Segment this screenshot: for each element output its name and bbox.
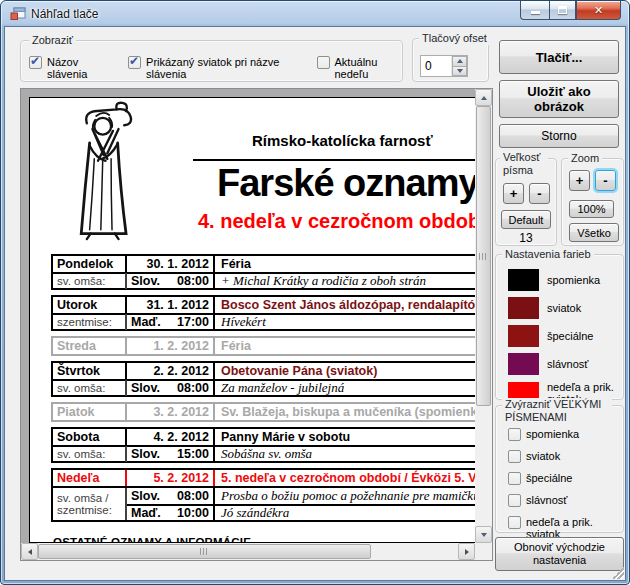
color-label: spomienka: [547, 274, 600, 286]
color-settings-group: Nastavenia farieb spomienkasviatokšpeciá…: [495, 254, 624, 400]
color-label: špeciálne: [547, 330, 593, 342]
font-size-value: 13: [496, 231, 556, 245]
feast-name: Obetovanie Pána (sviatok): [215, 363, 493, 379]
color-settings-list: spomienkasviatokšpeciálneslávnosťnedeľa …: [508, 269, 619, 411]
checkbox-icon[interactable]: [508, 428, 521, 441]
parish-name: Rímsko-katolícka farnosť: [252, 132, 433, 149]
feast-name: Sv. Blažeja, biskupa a mučeníka (spomien…: [215, 404, 493, 420]
day-name: Pondelok: [53, 256, 127, 272]
close-button[interactable]: ✕: [576, 1, 621, 20]
checkbox-label: sviatok: [526, 450, 560, 462]
save-as-image-button[interactable]: Uložiť ako obrázok: [499, 80, 619, 118]
scroll-up-button[interactable]: [475, 89, 492, 106]
vertical-scroll-thumb[interactable]: [476, 106, 491, 406]
highlight-checkbox[interactable]: sviatok: [508, 450, 619, 463]
highlight-checkbox[interactable]: špeciálne: [508, 472, 619, 485]
day-block: Štvrtok2. 2. 2012Obetovanie Pána (sviato…: [51, 361, 493, 397]
resize-grip[interactable]: [612, 567, 624, 579]
mass-label: sv. omša:: [53, 446, 127, 462]
mass-row-list: Slov.08:00Prosba o božiu pomoc a požehna…: [127, 488, 493, 520]
feast-name: 5. nedeľa v cezročnom období / Évközi 5.…: [215, 470, 493, 486]
preview-panel: Rímsko-katolícka farnosť Farské oznamy 4…: [20, 88, 493, 561]
day-header-row: Pondelok30. 1. 2012Féria: [53, 256, 493, 272]
day-block: Piatok3. 2. 2012Sv. Blažeja, biskupa a m…: [51, 402, 493, 422]
color-swatch[interactable]: [508, 269, 539, 291]
checkbox-icon[interactable]: [508, 516, 521, 529]
mass-time: 15:00: [177, 446, 209, 462]
show-options-group: Zobraziť Názov sláveniaPrikázaný sviatok…: [20, 40, 403, 82]
show-option-checkbox[interactable]: Aktuálnu nedeľu: [317, 56, 403, 80]
day-date: 5. 2. 2012: [127, 470, 215, 486]
checkbox-icon[interactable]: [29, 56, 42, 69]
checkbox-icon[interactable]: [508, 450, 521, 463]
checkbox-icon[interactable]: [508, 494, 521, 507]
mass-lang-time: Slov.08:00: [127, 380, 215, 396]
zoom-in-button[interactable]: +: [569, 170, 590, 191]
mass-label: sv. omša:: [53, 273, 127, 289]
feast-name: Féria: [215, 338, 493, 354]
zoom-out-button[interactable]: -: [595, 170, 616, 191]
spinner-up-button[interactable]: [452, 56, 467, 67]
mass-language: Maď.: [131, 505, 161, 521]
day-header-row: Sobota4. 2. 2012Panny Márie v sobotu: [53, 429, 493, 445]
document-title: Farské oznamy: [217, 162, 479, 205]
mass-label: sv. omša:: [53, 380, 127, 396]
checkbox-icon[interactable]: [128, 56, 141, 69]
title-bar[interactable]: Náhľad tlače ✕: [1, 1, 629, 26]
scroll-left-button[interactable]: [21, 543, 38, 560]
mass-row: sv. omša:Slov.08:00+ Michal Krátky a rod…: [53, 272, 493, 288]
mass-row: szentmise:Maď.17:00Hívekért: [53, 313, 493, 329]
mass-label: sv. omša / szentmise:: [53, 488, 127, 520]
day-date: 2. 2. 2012: [127, 363, 215, 379]
window-title: Náhľad tlače: [31, 7, 99, 21]
horizontal-scrollbar[interactable]: [21, 543, 475, 560]
checkbox-icon[interactable]: [317, 56, 330, 69]
font-size-decrease-button[interactable]: -: [529, 183, 550, 204]
day-block: Utorok31. 1. 2012Bosco Szent János áldoz…: [51, 295, 493, 331]
color-setting-row: sviatok: [508, 297, 619, 319]
day-header-row: Štvrtok2. 2. 2012Obetovanie Pána (sviato…: [53, 363, 493, 379]
print-preview-window: Náhľad tlače ✕ Zobraziť Názov sláveniaPr…: [0, 0, 630, 585]
zoom-fit-all-button[interactable]: Všetko: [569, 223, 619, 242]
mass-language: Slov.: [131, 446, 160, 462]
day-date: 1. 2. 2012: [127, 338, 215, 354]
maximize-button[interactable]: [549, 1, 576, 20]
font-size-increase-button[interactable]: +: [503, 183, 524, 204]
show-option-checkbox[interactable]: Názov slávenia: [29, 56, 110, 80]
checkbox-icon[interactable]: [508, 472, 521, 485]
color-label: slávnosť: [547, 358, 588, 370]
mass-time: 08:00: [177, 380, 209, 396]
checkbox-label: slávnosť: [526, 494, 567, 506]
good-shepherd-logo: [57, 101, 154, 241]
zoom-100-button[interactable]: 100%: [569, 200, 614, 218]
font-size-default-button[interactable]: Default: [501, 210, 551, 229]
print-offset-value[interactable]: 0: [421, 56, 451, 76]
maximize-icon: [558, 6, 567, 14]
color-settings-label: Nastavenia farieb: [502, 248, 594, 261]
color-setting-row: špeciálne: [508, 325, 619, 347]
cancel-button[interactable]: Storno: [499, 124, 619, 148]
arrow-down-icon: [457, 69, 463, 73]
highlight-checkbox[interactable]: spomienka: [508, 428, 619, 441]
checkbox-label: spomienka: [526, 428, 579, 440]
highlight-checkbox[interactable]: slávnosť: [508, 494, 619, 507]
color-swatch[interactable]: [508, 325, 539, 347]
scroll-right-button[interactable]: [458, 543, 475, 560]
thumb-grip-icon: [479, 253, 488, 260]
scroll-down-button[interactable]: [475, 526, 492, 543]
minimize-button[interactable]: [520, 1, 549, 20]
color-swatch[interactable]: [508, 353, 539, 375]
spinner-down-button[interactable]: [452, 67, 467, 77]
reset-defaults-button[interactable]: Obnoviť východzie nastavenia: [495, 537, 624, 571]
horizontal-scroll-thumb[interactable]: [38, 544, 371, 559]
day-header-row: Piatok3. 2. 2012Sv. Blažeja, biskupa a m…: [53, 404, 493, 420]
mass-rows: sv. omša / szentmise:Slov.08:00Prosba o …: [53, 486, 493, 520]
print-offset-spinner[interactable]: 0: [420, 55, 468, 77]
print-offset-group: Tlačový ofset 0: [412, 38, 489, 82]
print-button[interactable]: Tlačiť...: [499, 40, 619, 74]
print-offset-label: Tlačový ofset: [419, 32, 490, 45]
vertical-scrollbar[interactable]: [475, 89, 492, 543]
color-swatch[interactable]: [508, 297, 539, 319]
show-option-checkbox[interactable]: Prikázaný sviatok pri názve slávenia: [128, 56, 298, 80]
highlight-label: Zvýrazniť VEĽKÝMI PÍSMENAMI: [502, 398, 612, 424]
